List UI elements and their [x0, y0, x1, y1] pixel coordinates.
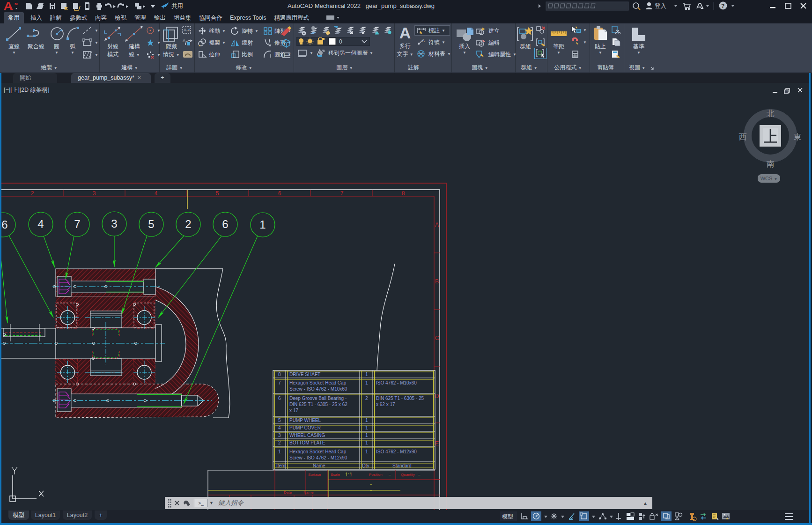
svg-text:6: 6	[1, 218, 7, 231]
svg-text:Item: Item	[276, 463, 285, 468]
svg-text:4: 4	[37, 218, 44, 230]
svg-text:登入: 登入	[655, 3, 667, 9]
svg-text:WHEEL CASING: WHEEL CASING	[289, 433, 325, 438]
svg-text:1: 1	[365, 433, 368, 438]
svg-text:D: D	[435, 393, 439, 399]
svg-text:PUMP WHEEL: PUMP WHEEL	[289, 418, 321, 423]
svg-text:B: B	[435, 278, 439, 285]
svg-text:2: 2	[365, 396, 368, 401]
svg-text:Date: Date	[284, 490, 292, 495]
svg-text:ISO 4762 - M10x60: ISO 4762 - M10x60	[376, 380, 417, 385]
svg-text:A: A	[183, 38, 185, 43]
svg-text:3: 3	[111, 217, 117, 230]
svg-text:7: 7	[340, 190, 344, 197]
svg-text:DRIVE SHAFT: DRIVE SHAFT	[289, 372, 320, 377]
svg-text:Standard: Standard	[392, 463, 412, 468]
svg-text:2: 2	[185, 218, 191, 230]
svg-text:1: 1	[365, 418, 368, 423]
svg-text:Quantity: Quantity	[401, 473, 415, 477]
svg-text:2: 2	[31, 190, 34, 197]
svg-text:6: 6	[278, 190, 281, 197]
svg-text:C: C	[435, 335, 439, 341]
svg-text:x 62 x 17: x 62 x 17	[376, 402, 395, 407]
svg-text:DIN 625 T1 - 6305 - 25 x 62: DIN 625 T1 - 6305 - 25 x 62	[289, 402, 347, 407]
svg-text:PUMP COVER: PUMP COVER	[289, 425, 321, 430]
svg-text:A: A	[435, 222, 439, 228]
svg-text:2: 2	[278, 440, 281, 445]
svg-text:1: 1	[365, 372, 368, 377]
svg-text:–: –	[370, 488, 372, 492]
svg-text:4: 4	[278, 425, 281, 430]
svg-text:8: 8	[402, 190, 405, 197]
svg-text:Qty: Qty	[362, 463, 369, 468]
svg-text:5: 5	[216, 190, 219, 197]
svg-text:BOTTOM PLATE: BOTTOM PLATE	[289, 440, 325, 445]
svg-text:x 17: x 17	[289, 408, 298, 413]
svg-text:A: A	[422, 38, 425, 43]
svg-text:–: –	[418, 473, 421, 477]
svg-text:7: 7	[278, 380, 281, 385]
svg-text:1: 1	[259, 218, 266, 231]
svg-text:Scale: Scale	[331, 473, 340, 477]
svg-text:1:1: 1:1	[345, 472, 352, 477]
svg-text:Screw - ISO 4762 - M12x90: Screw - ISO 4762 - M12x90	[289, 455, 347, 460]
svg-text:E: E	[435, 440, 439, 447]
svg-text:7: 7	[74, 218, 80, 230]
svg-text:DIN 625 T1 - 6305 - 25: DIN 625 T1 - 6305 - 25	[376, 396, 424, 401]
svg-text:Hexagon Socket Head Cap: Hexagon Socket Head Cap	[289, 380, 347, 385]
svg-text:Position: Position	[369, 473, 382, 477]
svg-text:ISO 4762 - M12x90: ISO 4762 - M12x90	[376, 449, 417, 454]
svg-text:0: 0	[339, 38, 342, 45]
svg-text:3: 3	[278, 433, 281, 438]
svg-text:1: 1	[365, 449, 368, 454]
svg-text:模型: 模型	[502, 513, 513, 520]
svg-text:1: 1	[365, 440, 368, 445]
svg-text:Hexagon Socket Head Cap: Hexagon Socket Head Cap	[289, 449, 347, 454]
svg-text:5: 5	[278, 418, 281, 423]
svg-text:Screw - ISO 4762 - M10x60: Screw - ISO 4762 - M10x60	[289, 386, 347, 392]
svg-text:A-A: A-A	[184, 28, 191, 32]
svg-text:–: –	[370, 482, 372, 486]
svg-text:1: 1	[278, 449, 281, 454]
svg-text:Surface: Surface	[308, 473, 321, 477]
svg-text:Deep Groove Ball Bearing -: Deep Groove Ball Bearing -	[289, 396, 347, 401]
svg-text:1: 1	[365, 425, 368, 430]
svg-text:Name: Name	[313, 463, 325, 468]
svg-text:5: 5	[148, 218, 154, 230]
svg-text:?: ?	[721, 3, 724, 9]
svg-text:1: 1	[365, 380, 368, 385]
svg-text:6: 6	[222, 218, 228, 230]
svg-text:4: 4	[155, 190, 158, 197]
svg-text:3: 3	[93, 190, 96, 197]
svg-text:8: 8	[278, 372, 281, 377]
svg-text:6: 6	[278, 396, 281, 401]
svg-text:–: –	[389, 473, 391, 477]
svg-text:Name: Name	[303, 490, 314, 495]
